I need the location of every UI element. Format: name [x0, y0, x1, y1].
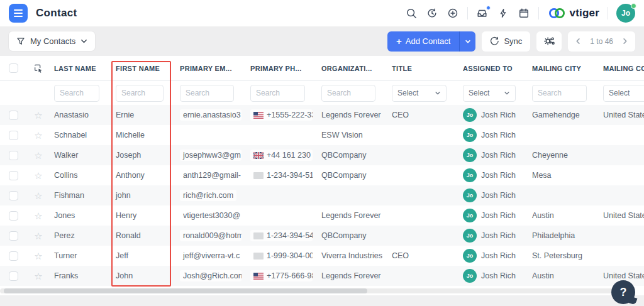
add-contact-dropdown-toggle[interactable] — [459, 31, 475, 52]
column-header-mailing-country[interactable]: MAILING CO — [599, 65, 644, 72]
filter-title-select[interactable]: Select — [392, 85, 447, 102]
primary-phone-value[interactable]: 1-234-394-51 — [250, 170, 313, 181]
filter-assigned-to-select[interactable]: Select — [463, 85, 516, 102]
calendar-icon[interactable] — [518, 7, 530, 19]
horizontal-scrollbar-thumb[interactable] — [4, 288, 367, 293]
help-button[interactable]: ? — [611, 280, 635, 304]
primary-email-value[interactable]: Josh@gRich.com — [180, 270, 242, 281]
filter-last-name-input[interactable] — [54, 85, 99, 102]
first-name-value[interactable]: John — [116, 271, 133, 280]
primary-email-value[interactable]: ronald009@hotm — [180, 230, 242, 241]
row-checkbox[interactable] — [9, 131, 18, 140]
primary-email-value[interactable]: anth129@gmail- — [180, 170, 242, 181]
row-checkbox[interactable] — [9, 191, 18, 200]
last-name-value[interactable]: Collins — [54, 171, 78, 180]
table-row[interactable]: ☆ Jones Henry vtigertest3030@ Legends Fo… — [0, 205, 644, 226]
last-name-value[interactable]: Jones — [54, 211, 75, 220]
favorite-star-icon[interactable]: ☆ — [34, 191, 42, 200]
filter-email-input[interactable] — [180, 85, 234, 102]
column-header-last-name[interactable]: LAST NAME — [50, 65, 112, 72]
horizontal-scrollbar[interactable] — [0, 288, 635, 293]
filter-first-name-input[interactable] — [116, 85, 164, 102]
primary-email-value[interactable]: josephww3@gm — [180, 150, 242, 161]
column-header-mailing-city[interactable]: MAILING CITY — [528, 65, 599, 72]
organization-value[interactable]: Legends Forever — [321, 271, 381, 280]
primary-phone-value[interactable]: +1555-222-33 — [250, 109, 313, 121]
table-row[interactable]: ☆ Perez Ronald ronald009@hotm 1-234-394-… — [0, 226, 644, 246]
next-page-button[interactable] — [621, 38, 628, 45]
row-checkbox[interactable] — [9, 111, 18, 120]
primary-phone-value[interactable]: +1775-666-98 — [250, 270, 313, 281]
first-name-value[interactable]: Jeff — [116, 251, 128, 260]
filter-organization-input[interactable] — [321, 85, 375, 102]
row-checkbox[interactable] — [9, 271, 18, 281]
last-name-value[interactable]: Walker — [54, 151, 78, 160]
first-name-value[interactable]: Ernie — [116, 111, 134, 119]
column-header-primary-phone[interactable]: PRIMARY PH... — [247, 65, 318, 72]
column-header-first-name[interactable]: FIRST NAME — [112, 65, 176, 72]
row-checkbox[interactable] — [9, 151, 18, 160]
primary-phone-value[interactable]: 1-999-304-00 — [250, 250, 313, 261]
column-header-primary-email[interactable]: PRIMARY EM... — [176, 65, 247, 72]
add-new-icon[interactable] — [447, 7, 459, 19]
organization-value[interactable]: ESW Vision — [321, 131, 363, 139]
favorite-star-icon[interactable]: ☆ — [34, 251, 42, 261]
favorite-star-icon[interactable]: ☆ — [34, 211, 42, 221]
first-name-value[interactable]: Joseph — [116, 151, 141, 160]
table-row[interactable]: ☆ Turner Jeff jeff@viverra-vt.c 1-999-30… — [0, 246, 644, 266]
table-row[interactable]: ☆ Franks John Josh@gRich.com +1775-666-9… — [0, 266, 644, 286]
primary-phone-value[interactable]: 1-234-394-54 — [250, 230, 313, 241]
primary-email-value[interactable]: jeff@viverra-vt.c — [180, 250, 242, 261]
first-name-value[interactable]: john — [116, 191, 131, 200]
favorite-star-icon[interactable]: ☆ — [34, 151, 42, 160]
last-name-value[interactable]: Anastasio — [54, 111, 89, 119]
table-row[interactable]: ☆ Walker Joseph josephww3@gm +44 161 230… — [0, 145, 644, 165]
organization-value[interactable]: Legends Forever — [321, 111, 381, 119]
column-header-organization[interactable]: ORGANIZATI... — [318, 65, 388, 72]
primary-phone-value[interactable]: +44 161 230 20 — [250, 150, 313, 161]
table-row[interactable]: ☆ Anastasio Ernie ernie.anastasio3 +1555… — [0, 105, 644, 125]
first-name-value[interactable]: Anthony — [116, 171, 145, 180]
column-header-assigned-to[interactable]: ASSIGNED TO — [459, 65, 528, 72]
row-checkbox[interactable] — [9, 171, 18, 180]
first-name-value[interactable]: Michelle — [116, 131, 145, 139]
primary-email-value[interactable]: ernie.anastasio3 — [180, 109, 242, 121]
list-filter-dropdown[interactable]: My Contacts — [9, 31, 95, 51]
table-row[interactable]: ☆ Fishman john rich@rich.com Jo Josh Ric… — [0, 185, 644, 205]
last-name-value[interactable]: Fishman — [54, 191, 84, 200]
last-name-value[interactable]: Franks — [54, 271, 78, 280]
organization-value[interactable]: QBCompany — [321, 171, 367, 180]
first-name-value[interactable]: Ronald — [116, 231, 141, 240]
row-checkbox[interactable] — [9, 251, 18, 261]
quick-actions-icon[interactable] — [497, 7, 509, 19]
user-avatar[interactable]: Jo — [616, 4, 635, 23]
filter-phone-input[interactable] — [250, 85, 305, 102]
row-checkbox[interactable] — [9, 211, 18, 221]
filter-mailing-city-input[interactable] — [532, 85, 587, 102]
organization-value[interactable]: Legends Forever — [321, 211, 381, 220]
last-name-value[interactable]: Schnabel — [54, 131, 87, 139]
favorite-star-icon[interactable]: ☆ — [34, 171, 42, 180]
sync-button[interactable]: Sync — [482, 31, 530, 52]
vtiger-logo[interactable]: vtiger — [547, 6, 600, 20]
primary-email-value[interactable]: vtigertest3030@ — [180, 210, 242, 221]
row-checkbox[interactable] — [9, 231, 18, 241]
prev-page-button[interactable] — [575, 38, 582, 45]
last-name-value[interactable]: Perez — [54, 231, 75, 240]
add-contact-button[interactable]: + Add Contact — [387, 31, 459, 52]
filter-mailing-country-select[interactable]: Select — [603, 85, 644, 102]
table-row[interactable]: ☆ Collins Anthony anth129@gmail- 1-234-3… — [0, 165, 644, 185]
organization-value[interactable]: QBCompany — [321, 231, 367, 240]
select-all-checkbox[interactable] — [9, 63, 18, 73]
organization-value[interactable]: Viverra Industries — [321, 251, 382, 260]
favorite-star-icon[interactable]: ☆ — [34, 231, 42, 241]
organization-value[interactable]: QBCompany — [321, 151, 367, 160]
favorite-star-icon[interactable]: ☆ — [34, 111, 42, 120]
favorite-star-icon[interactable]: ☆ — [34, 131, 42, 140]
table-row[interactable]: ☆ Schnabel Michelle ESW Vision Jo Josh R… — [0, 125, 644, 145]
inbox-icon[interactable] — [476, 7, 489, 19]
last-name-value[interactable]: Turner — [54, 251, 77, 260]
list-settings-button[interactable] — [536, 31, 562, 52]
hamburger-menu-icon[interactable] — [9, 4, 28, 23]
first-name-value[interactable]: Henry — [116, 211, 136, 220]
